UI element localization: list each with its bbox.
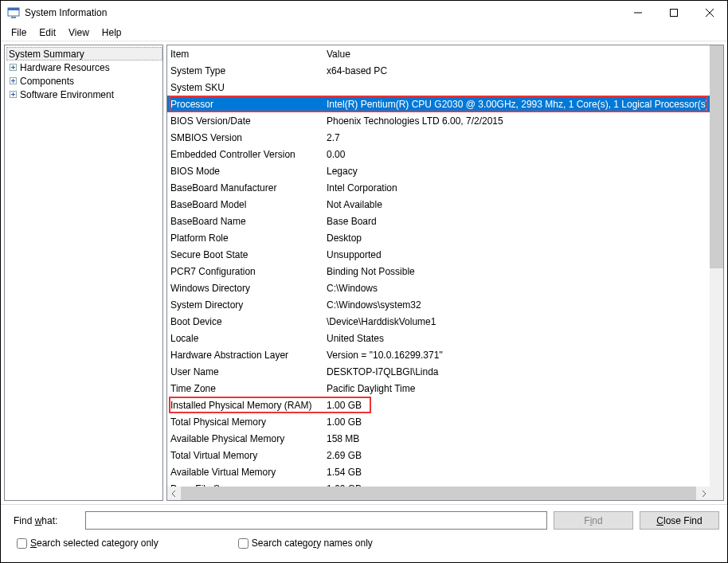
tree-root-label: System Summary [9, 49, 84, 60]
search-selected-checkbox[interactable]: Search selected category only [17, 538, 159, 549]
cell-item: Installed Physical Memory (RAM) [167, 400, 327, 411]
details-table: Item Value System Typex64-based PCSystem… [166, 45, 724, 501]
cell-item: Platform Role [167, 233, 327, 244]
col-value[interactable]: Value [327, 49, 710, 60]
find-button[interactable]: Find [554, 511, 633, 530]
table-row[interactable]: ProcessorIntel(R) Pentium(R) CPU G2030 @… [167, 96, 710, 112]
cell-item: Total Physical Memory [167, 416, 327, 428]
cell-item: Processor [167, 99, 327, 110]
horizontal-scrollbar[interactable] [167, 487, 710, 500]
cell-item: Locale [167, 333, 327, 344]
tree-item[interactable]: Software Environment [5, 88, 162, 101]
table-row[interactable]: System DirectoryC:\Windows\system32 [167, 296, 710, 313]
cell-value: Not Available [327, 199, 710, 210]
cell-value: C:\Windows [327, 283, 710, 294]
vertical-scroll-thumb[interactable] [710, 45, 723, 268]
tree-item-label: Software Environment [20, 89, 114, 100]
table-row[interactable]: Installed Physical Memory (RAM)1.00 GB [167, 397, 710, 413]
tree-system-summary[interactable]: System Summary [6, 47, 162, 61]
expand-icon[interactable] [8, 63, 18, 72]
table-row[interactable]: Available Virtual Memory1.54 GB [167, 463, 710, 480]
table-row[interactable]: Embedded Controller Version0.00 [167, 146, 710, 162]
cell-value: 1.00 GB [327, 416, 710, 428]
cell-item: Available Physical Memory [167, 433, 327, 444]
cell-item: SMBIOS Version [167, 132, 327, 143]
table-row[interactable]: Hardware Abstraction LayerVersion = "10.… [167, 346, 710, 363]
category-tree[interactable]: System Summary Hardware ResourcesCompone… [4, 45, 163, 501]
search-category-checkbox[interactable]: Search category names only [238, 538, 373, 549]
col-item[interactable]: Item [167, 49, 327, 60]
table-row[interactable]: BIOS ModeLegacy [167, 162, 710, 179]
table-row[interactable]: Secure Boot StateUnsupported [167, 246, 710, 263]
cell-value: Binding Not Possible [327, 266, 710, 277]
table-row[interactable]: BaseBoard NameBase Board [167, 213, 710, 229]
find-what-label: Find what: [14, 515, 79, 526]
svg-rect-1 [8, 8, 19, 10]
close-button[interactable] [691, 1, 727, 25]
table-row[interactable]: System Typex64-based PC [167, 62, 710, 79]
close-find-button[interactable]: Close Find [640, 511, 719, 530]
window-controls [620, 1, 727, 25]
cell-value: Phoenix Technologies LTD 6.00, 7/2/2015 [327, 115, 710, 127]
table-row[interactable]: Time ZonePacific Daylight Time [167, 380, 710, 397]
search-category-input[interactable] [238, 538, 249, 549]
app-icon [7, 6, 20, 19]
expand-icon[interactable] [8, 90, 18, 100]
cell-item: User Name [167, 366, 327, 377]
cell-value: C:\Windows\system32 [327, 299, 710, 311]
cell-item: BaseBoard Name [167, 216, 327, 227]
horizontal-scroll-thumb[interactable] [181, 487, 696, 500]
table-row[interactable]: User NameDESKTOP-I7QLBGI\Linda [167, 363, 710, 380]
cell-value: \Device\HarddiskVolume1 [327, 316, 710, 327]
search-selected-input[interactable] [17, 538, 27, 549]
table-row[interactable]: Total Physical Memory1.00 GB [167, 413, 710, 430]
vertical-scrollbar[interactable] [710, 45, 723, 487]
menu-help[interactable]: Help [96, 25, 127, 40]
table-row[interactable]: BaseBoard ManufacturerIntel Corporation [167, 179, 710, 196]
cell-item: System SKU [167, 82, 327, 93]
scroll-left-icon[interactable] [167, 487, 181, 500]
cell-value: 2.69 GB [327, 450, 710, 461]
table-row[interactable]: LocaleUnited States [167, 330, 710, 346]
table-row[interactable]: System SKU [167, 79, 710, 96]
cell-value: 2.7 [327, 132, 710, 143]
cell-value: Version = "10.0.16299.371" [327, 350, 710, 361]
cell-item: Available Virtual Memory [167, 467, 327, 478]
cell-item: BaseBoard Model [167, 199, 327, 210]
find-panel: Find what: Find Close Find Search select… [1, 504, 727, 553]
table-row[interactable]: Available Physical Memory158 MB [167, 430, 710, 447]
table-row[interactable]: Windows DirectoryC:\Windows [167, 280, 710, 296]
table-row[interactable]: PCR7 ConfigurationBinding Not Possible [167, 263, 710, 280]
cell-item: PCR7 Configuration [167, 266, 327, 277]
tree-item[interactable]: Components [5, 74, 162, 88]
find-input[interactable] [85, 511, 547, 530]
table-row[interactable]: BaseBoard ModelNot Available [167, 196, 710, 213]
search-selected-label: Search selected category only [30, 538, 159, 549]
cell-item: BaseBoard Manufacturer [167, 182, 327, 194]
cell-value: Pacific Daylight Time [327, 383, 710, 394]
maximize-button[interactable] [656, 1, 691, 25]
menu-edit[interactable]: Edit [33, 25, 61, 40]
tree-item[interactable]: Hardware Resources [5, 61, 162, 74]
svg-rect-4 [670, 10, 677, 17]
scroll-right-icon[interactable] [696, 487, 710, 500]
cell-value: Base Board [327, 216, 710, 227]
cell-value: Legacy [327, 166, 710, 177]
expand-icon[interactable] [8, 76, 18, 86]
cell-value: x64-based PC [327, 65, 710, 76]
cell-value: United States [327, 333, 710, 344]
minimize-button[interactable] [620, 1, 656, 25]
cell-item: Embedded Controller Version [167, 149, 327, 160]
cell-item: BIOS Mode [167, 166, 327, 177]
menu-file[interactable]: File [6, 25, 32, 40]
table-row[interactable]: SMBIOS Version2.7 [167, 129, 710, 146]
cell-value: Intel(R) Pentium(R) CPU G2030 @ 3.00GHz,… [327, 99, 710, 110]
table-header-row: Item Value [167, 45, 710, 62]
table-row[interactable]: Platform RoleDesktop [167, 229, 710, 246]
cell-item: Total Virtual Memory [167, 450, 327, 461]
content-area: System Summary Hardware ResourcesCompone… [1, 41, 727, 504]
table-row[interactable]: Total Virtual Memory2.69 GB [167, 447, 710, 463]
menu-view[interactable]: View [63, 25, 95, 40]
table-row[interactable]: Boot Device\Device\HarddiskVolume1 [167, 313, 710, 330]
table-row[interactable]: BIOS Version/DatePhoenix Technologies LT… [167, 112, 710, 129]
